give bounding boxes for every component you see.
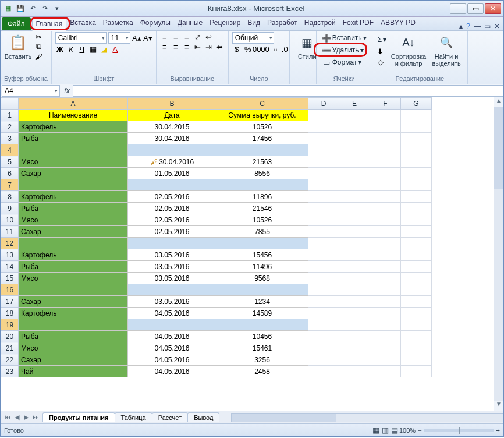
cell-name[interactable]: Рыба (19, 331, 128, 342)
empty-cell[interactable] (339, 168, 370, 179)
cell-sum[interactable]: 10456 (216, 331, 308, 342)
empty-cell[interactable] (401, 261, 432, 273)
empty-cell[interactable] (401, 203, 432, 214)
cell-sum[interactable]: 10526 (216, 121, 308, 133)
vertical-scrollbar[interactable]: ▲ ▼ (494, 97, 503, 411)
empty-cell[interactable] (308, 354, 339, 366)
empty-cell[interactable] (370, 191, 401, 203)
row-header[interactable]: 23 (1, 366, 19, 377)
empty-cell[interactable] (339, 319, 370, 331)
cell-name[interactable]: Рыба (19, 133, 128, 144)
empty-cell[interactable] (308, 331, 339, 342)
align-top-icon[interactable]: ≡ (160, 32, 169, 41)
cell-name[interactable]: Картофель (19, 249, 128, 261)
comma-icon[interactable]: 000 (254, 44, 264, 54)
fx-icon[interactable]: fx (61, 87, 73, 95)
empty-cell[interactable] (401, 296, 432, 308)
cell-name[interactable] (19, 284, 128, 296)
empty-cell[interactable] (370, 249, 401, 261)
close-button[interactable]: ✕ (485, 3, 501, 14)
empty-cell[interactable] (339, 261, 370, 273)
view-normal-icon[interactable]: ▦ (371, 426, 381, 435)
empty-cell[interactable] (401, 156, 432, 168)
tab-рецензир[interactable]: Рецензир (206, 16, 244, 30)
cell-sum[interactable]: 2458 (216, 366, 308, 377)
empty-cell[interactable] (370, 354, 401, 366)
tab-nav-last-icon[interactable]: ⏭ (31, 414, 40, 421)
cell-sum[interactable] (216, 179, 308, 191)
header-date[interactable]: Дата (128, 110, 216, 121)
empty-cell[interactable] (339, 273, 370, 284)
cell-name[interactable]: Сахар (19, 296, 128, 308)
empty-cell[interactable] (401, 273, 432, 284)
tab-формулы[interactable]: Формулы (137, 16, 174, 30)
row-header[interactable]: 7 (1, 179, 19, 191)
empty-cell[interactable] (339, 156, 370, 168)
tab-abbyy pd[interactable]: ABBYY PD (377, 16, 419, 30)
row-header[interactable]: 20 (1, 331, 19, 342)
cell-date[interactable]: 30.04.2016 (128, 133, 216, 144)
col-header-C[interactable]: C (216, 98, 308, 110)
cell-name[interactable] (19, 319, 128, 331)
empty-cell[interactable] (308, 191, 339, 203)
row-header[interactable]: 22 (1, 354, 19, 366)
empty-cell[interactable] (339, 191, 370, 203)
empty-cell[interactable] (308, 214, 339, 226)
empty-cell[interactable] (308, 261, 339, 273)
row-header[interactable]: 1 (1, 110, 19, 121)
empty-cell[interactable] (339, 308, 370, 319)
cell-sum[interactable]: 21546 (216, 203, 308, 214)
tab-разметка[interactable]: Разметка (100, 16, 137, 30)
empty-cell[interactable] (339, 203, 370, 214)
empty-cell[interactable] (339, 179, 370, 191)
tab-nav-next-icon[interactable]: ▶ (22, 414, 31, 421)
cell-name[interactable]: Картофель (19, 191, 128, 203)
cell-date[interactable]: 🖌 30.04.2016 (128, 156, 216, 168)
row-header[interactable]: 2 (1, 121, 19, 133)
number-format-combo[interactable]: Общий (232, 32, 274, 44)
cell-date[interactable]: 04.05.2016 (128, 342, 216, 354)
paste-options-icon[interactable]: 🖌 (150, 158, 157, 166)
row-header[interactable]: 4 (1, 144, 19, 156)
cell-name[interactable]: Сахар (19, 226, 128, 238)
cell-date[interactable] (128, 144, 216, 156)
empty-cell[interactable] (339, 238, 370, 249)
cell-date[interactable] (128, 179, 216, 191)
row-header[interactable]: 19 (1, 319, 19, 331)
empty-cell[interactable] (401, 308, 432, 319)
excel-icon[interactable]: ▦ (3, 3, 13, 14)
empty-cell[interactable] (401, 354, 432, 366)
align-bottom-icon[interactable]: ≡ (182, 32, 191, 41)
empty-cell[interactable] (370, 342, 401, 354)
empty-cell[interactable] (370, 214, 401, 226)
sheet-tab[interactable]: Таблица (115, 412, 152, 422)
align-left-icon[interactable]: ≡ (160, 42, 169, 51)
wrap-text-icon[interactable]: ↩ (204, 32, 214, 41)
find-select-button[interactable]: 🔍 Найти и выделить (429, 32, 464, 68)
cell-date[interactable]: 02.05.2016 (128, 214, 216, 226)
empty-cell[interactable] (370, 226, 401, 238)
sort-filter-button[interactable]: A↓ Сортировка и фильтр (390, 32, 427, 68)
qat-more-icon[interactable]: ▾ (52, 3, 62, 14)
empty-cell[interactable] (339, 366, 370, 377)
empty-cell[interactable] (308, 121, 339, 133)
inc-decimal-icon[interactable]: .0→ (265, 44, 275, 54)
cell-date[interactable]: 03.05.2016 (128, 261, 216, 273)
tab-вид[interactable]: Вид (244, 16, 264, 30)
help-icon[interactable]: ? (466, 22, 470, 30)
cell-name[interactable]: Сахар (19, 354, 128, 366)
empty-cell[interactable] (370, 179, 401, 191)
empty-cell[interactable] (308, 133, 339, 144)
empty-cell[interactable] (308, 168, 339, 179)
cell-date[interactable]: 03.05.2016 (128, 249, 216, 261)
empty-cell[interactable] (370, 144, 401, 156)
empty-cell[interactable] (370, 203, 401, 214)
empty-cell[interactable] (370, 296, 401, 308)
cut-icon[interactable]: ✂ (34, 32, 43, 41)
tab-главная[interactable]: Главная (32, 17, 67, 31)
cell-name[interactable]: Сахар (19, 168, 128, 179)
zoom-in-icon[interactable]: + (496, 427, 500, 434)
row-header[interactable]: 15 (1, 273, 19, 284)
cell-name[interactable]: Чай (19, 366, 128, 377)
empty-cell[interactable] (401, 179, 432, 191)
